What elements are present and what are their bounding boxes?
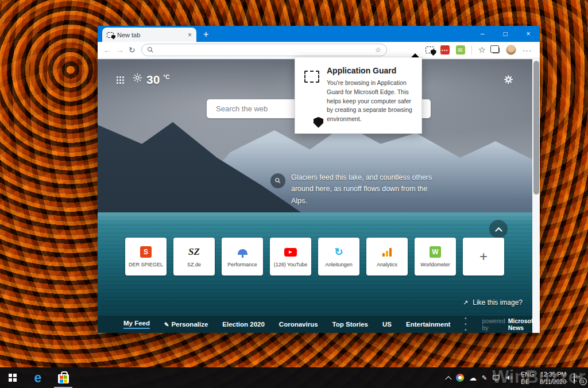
sz-icon: SZ [188,246,200,258]
taskbar: e ☁ ✎ ENG 12:35 PM DE 8/11/ [0,367,588,388]
taskbar-edge-legacy[interactable]: e [25,367,51,388]
tile-der-spiegel[interactable]: S DER SPIEGEL [125,238,167,276]
network-icon[interactable] [492,374,500,382]
settings-menu-icon[interactable]: ··· [523,46,532,55]
feed-item-us[interactable]: US [382,321,392,328]
maximize-button[interactable]: □ [494,26,517,42]
caption-search-icon[interactable] [270,173,285,188]
feed-item-election-2020[interactable]: Election 2020 [222,321,265,328]
desktop: New tab × + – □ × ← → ↻ ☆ [0,0,588,388]
address-bar-input[interactable] [157,46,372,53]
adblock-extension-icon[interactable]: ●●● [440,45,450,55]
refresh-icon[interactable]: ↻ [129,45,136,55]
like-image-button[interactable]: ↗ Like this image? [463,298,523,306]
tray-colorful-app-icon[interactable] [456,374,464,382]
profile-avatar[interactable] [506,45,516,55]
weather-widget[interactable]: 30 °C [132,72,170,87]
mail-extension-icon[interactable]: ✉ [456,45,465,55]
new-tab-button[interactable]: + [203,30,208,39]
feed-item-top-stories[interactable]: Top Stories [332,321,368,328]
app-launcher-icon[interactable] [117,76,124,84]
feed-overflow-icon[interactable]: • • • [465,316,467,333]
start-button[interactable] [0,367,25,388]
browser-tab[interactable]: New tab × [102,28,196,42]
scrollbar-thumb[interactable] [533,61,539,195]
favorites-icon[interactable]: ☆ [478,46,486,54]
sun-icon [132,72,143,83]
tray-chevron-up-icon[interactable] [445,376,451,382]
volume-icon[interactable] [505,374,513,382]
window-titlebar[interactable]: New tab × + – □ × [98,26,540,42]
feed-item-my-feed[interactable]: My Feed [123,320,150,329]
tab-title: New tab [117,32,184,38]
onedrive-cloud-icon[interactable]: ☁ [469,374,477,382]
feed-item-personalize[interactable]: ✎Personalize [164,321,208,328]
microsoft-news-brand[interactable]: Microsoft News [508,317,535,331]
back-icon[interactable]: ← [103,45,111,55]
feed-item-entertainment[interactable]: Entertainment [406,321,450,328]
forward-icon[interactable]: → [116,45,124,55]
chevron-up-icon [495,227,502,234]
news-feed-bar: My Feed ✎Personalize Election 2020 Coron… [98,316,532,333]
tile-sz-de[interactable]: SZ SZ.de [173,238,215,276]
system-tray: ☁ ✎ ENG 12:35 PM DE 8/11/2020 1 [446,371,588,385]
der-spiegel-icon: S [140,246,152,258]
collections-icon[interactable] [492,47,500,53]
application-guard-toolbar-icon[interactable] [425,46,434,53]
action-center-icon[interactable]: 1 [574,374,583,382]
edge-legacy-icon: e [34,371,42,385]
taskbar-active-app[interactable] [51,367,76,388]
popup-body: You're browsing in Application Guard for… [327,79,412,124]
page-scrollbar[interactable] [532,59,540,333]
application-guard-favicon [107,32,114,38]
like-image-label: Like this image? [473,298,523,306]
language-secondary[interactable]: DE [521,378,534,385]
store-bag-icon [58,374,69,383]
temperature-value: 30 [146,72,160,87]
powered-by: powered by Microsoft News [482,317,540,331]
anleitungen-icon: ↻ [334,247,343,257]
plus-icon: + [479,250,488,263]
clock-language-widget[interactable]: ENG 12:35 PM DE 8/11/2020 [519,371,568,385]
youtube-icon: ▶ [284,248,297,257]
quick-links: S DER SPIEGEL SZ SZ.de Performance ▶ (12… [125,238,504,276]
notification-badge: 1 [579,378,587,385]
tray-date[interactable]: 8/11/2020 [540,378,566,385]
edge-window: New tab × + – □ × ← → ↻ ☆ [98,26,540,333]
toolbar-divider [471,45,472,55]
popup-title: Application Guard [327,66,412,75]
windows-logo-icon [9,374,17,382]
tile-youtube[interactable]: ▶ (128) YouTube [270,238,311,276]
browser-toolbar: ← → ↻ ☆ ●●● ✉ ☆ ··· [98,42,540,59]
tile-analytics[interactable]: Analytics [366,238,408,276]
application-guard-popup: Application Guard You're browsing in App… [295,57,422,134]
photo-caption: Glaciers feed this lake, and countless o… [291,172,439,207]
address-bar[interactable]: ☆ [141,44,387,56]
pencil-icon: ✎ [164,321,169,328]
page-settings-gear-icon[interactable] [504,75,513,84]
worldometer-icon: W [430,246,441,258]
bookmark-star-icon[interactable]: ☆ [375,46,381,54]
tile-worldometer[interactable]: W Worldometer [415,238,456,276]
tile-performance[interactable]: Performance [222,238,263,276]
tab-close-icon[interactable]: × [188,31,192,39]
tray-time[interactable]: 12:35 PM [540,371,566,378]
application-guard-icon [304,71,319,124]
pen-workspace-icon[interactable]: ✎ [482,374,487,382]
minimize-button[interactable]: – [471,26,494,42]
add-site-tile[interactable]: + [463,238,504,276]
performance-icon [238,249,247,255]
feed-item-coronavirus[interactable]: Coronavirus [279,321,318,328]
temperature-unit: °C [163,74,169,80]
language-primary[interactable]: ENG [521,371,534,378]
search-icon [147,46,154,53]
diagonal-arrow-icon: ↗ [463,299,468,306]
analytics-icon [382,248,392,257]
close-button[interactable]: × [517,26,540,42]
tile-anleitungen[interactable]: ↻ Anleitungen [318,238,359,276]
scroll-top-button[interactable] [489,220,508,238]
